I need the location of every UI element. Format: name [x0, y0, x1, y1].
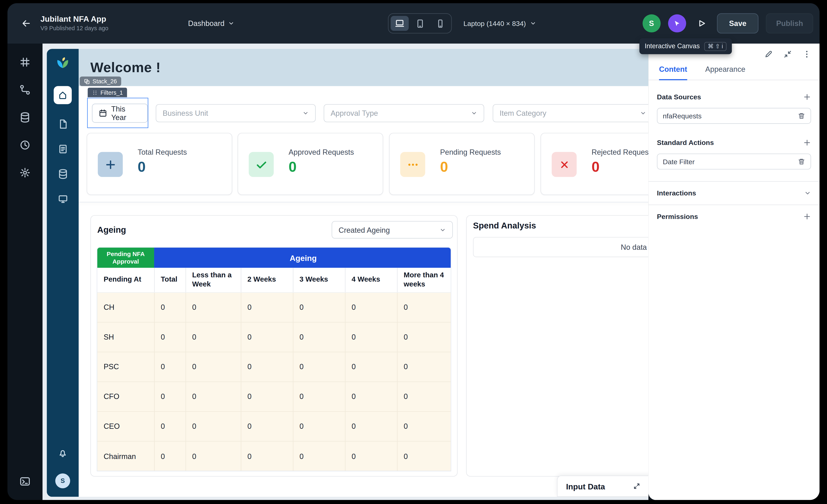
console-button[interactable] [19, 475, 31, 487]
cell: 0 [186, 382, 241, 411]
cell: 0 [186, 292, 241, 322]
history-tool-button[interactable] [19, 139, 31, 151]
stat-label: Pending Requests [440, 148, 501, 156]
app-titles: Jubilant NFA App V9 Published 12 days ag… [40, 15, 108, 32]
interactions-title: Interactions [657, 189, 696, 197]
device-tablet-button[interactable] [411, 16, 429, 31]
tab-appearance[interactable]: Appearance [705, 65, 745, 80]
input-data-bar[interactable]: Input Data [557, 475, 648, 497]
more-options-icon[interactable] [802, 50, 811, 58]
flow-tool-button[interactable] [19, 84, 31, 96]
preview-play-button[interactable] [693, 15, 710, 32]
expand-icon[interactable] [633, 483, 640, 490]
row-label: CH [97, 292, 154, 322]
table-row: CH 0 0 0 0 0 0 [97, 292, 451, 322]
table-row: CFO 0 0 0 0 0 0 [97, 382, 451, 411]
settings-tool-button[interactable] [19, 167, 31, 179]
business-unit-dropdown[interactable]: Business Unit [156, 104, 316, 122]
app-user-avatar[interactable]: S [55, 473, 70, 488]
column-header: Total [154, 268, 186, 292]
stat-label: Rejected Requests [592, 148, 648, 156]
sidebar-item-data[interactable] [58, 169, 68, 179]
cross-icon [551, 152, 577, 177]
trash-icon[interactable] [798, 112, 805, 119]
notifications-button[interactable] [58, 448, 67, 457]
stack-icon [84, 79, 90, 84]
data-sources-title: Data Sources [657, 93, 701, 101]
row-label: SH [97, 322, 154, 352]
add-standard-action-button[interactable] [803, 139, 811, 146]
device-size-dropdown[interactable]: Laptop (1440 × 834) [464, 19, 536, 28]
device-toggle-group [388, 13, 452, 34]
filters-selection-outline[interactable]: This Year [87, 98, 148, 128]
cell: 0 [293, 382, 345, 411]
database-icon [58, 169, 68, 179]
data-sources-section: Data Sources nfaRequests [648, 92, 820, 124]
standard-actions-title: Standard Actions [657, 139, 714, 146]
add-permission-button[interactable] [803, 212, 811, 220]
cell: 0 [154, 441, 186, 471]
sidebar-item-requests[interactable] [58, 119, 68, 129]
group-header: Ageing [154, 248, 451, 268]
stack-selection-chip[interactable]: Stack_26 [80, 77, 121, 86]
frames-tool-button[interactable] [19, 56, 31, 68]
cell: 0 [241, 441, 293, 471]
device-phone-button[interactable] [431, 16, 449, 31]
standard-action-item[interactable]: Date Filter [657, 153, 811, 169]
app-preview: S Welcome ! Stack_26 Filter [47, 49, 648, 497]
cell: 0 [293, 292, 345, 322]
interactions-section[interactable]: Interactions [648, 182, 820, 205]
properties-panel: Content Appearance Data Sources nfaReque… [648, 44, 820, 500]
cell: 0 [241, 411, 293, 441]
workspace: S Welcome ! Stack_26 Filter [7, 44, 820, 500]
cell: 0 [345, 352, 397, 382]
permissions-title: Permissions [657, 212, 698, 220]
spend-card-header: Spend Analysis [467, 216, 648, 235]
standard-actions-header: Standard Actions [657, 138, 811, 147]
approval-type-dropdown[interactable]: Approval Type [324, 104, 484, 122]
laptop-icon [395, 19, 404, 28]
user-avatar[interactable]: S [642, 14, 661, 33]
chevron-down-icon[interactable] [804, 190, 811, 197]
save-button[interactable]: Save [717, 13, 759, 34]
tab-content[interactable]: Content [659, 65, 687, 80]
cell: 0 [397, 382, 451, 411]
filters-selection-chip[interactable]: Filters_1 [88, 88, 127, 97]
chevron-down-icon [228, 20, 234, 27]
interactive-canvas-tooltip: Interactive Canvas ⌘ ⇧ i [639, 38, 732, 54]
builder-rail [7, 44, 43, 500]
sidebar-item-devices[interactable] [58, 194, 68, 204]
interactive-canvas-button[interactable] [668, 14, 686, 33]
stat-card-rejected-requests: Rejected Requests 0 [540, 133, 648, 195]
column-header: 3 Weeks [293, 268, 345, 292]
device-controls: Laptop (1440 × 834) [388, 3, 536, 44]
cell: 0 [154, 382, 186, 411]
page-selector-dropdown[interactable]: Dashboard [188, 19, 234, 28]
item-category-dropdown[interactable]: Item Category [493, 104, 648, 122]
collapse-panel-icon[interactable] [783, 50, 792, 58]
date-filter-button[interactable]: This Year [92, 104, 148, 123]
cell: 0 [293, 411, 345, 441]
permissions-section[interactable]: Permissions [648, 205, 820, 228]
sidebar-item-approvals[interactable] [58, 144, 68, 154]
cell: 0 [186, 441, 241, 471]
topbar: Jubilant NFA App V9 Published 12 days ag… [7, 3, 820, 44]
page-selector-label: Dashboard [188, 19, 225, 28]
edit-icon[interactable] [764, 50, 773, 58]
column-header: Less than a Week [186, 268, 241, 292]
row-label: CEO [97, 411, 154, 441]
device-laptop-button[interactable] [391, 16, 408, 31]
cell: 0 [241, 322, 293, 352]
business-unit-placeholder: Business Unit [163, 109, 208, 117]
spend-empty-state: No data [473, 237, 648, 257]
publish-button[interactable]: Publish [766, 13, 813, 34]
calendar-icon [99, 109, 107, 117]
ageing-mode-dropdown[interactable]: Created Ageing [332, 221, 453, 239]
cell: 0 [186, 322, 241, 352]
sidebar-item-home[interactable] [54, 86, 72, 104]
data-source-item[interactable]: nfaRequests [657, 108, 811, 124]
trash-icon[interactable] [798, 158, 805, 165]
data-tool-button[interactable] [19, 111, 31, 123]
add-data-source-button[interactable] [803, 93, 811, 101]
back-button[interactable] [17, 14, 35, 33]
